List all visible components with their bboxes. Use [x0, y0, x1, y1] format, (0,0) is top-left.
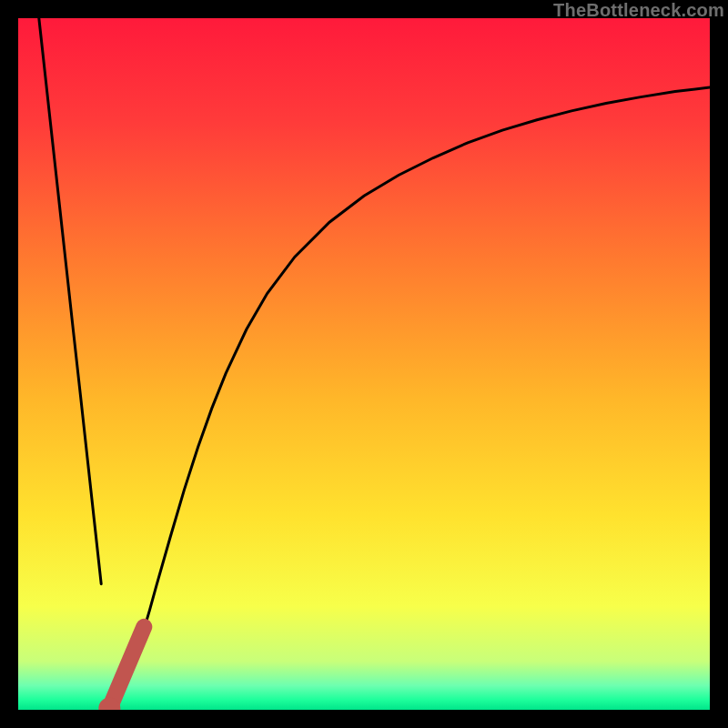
chart-frame: TheBottleneck.com — [0, 0, 728, 728]
chart-svg — [18, 18, 710, 710]
gradient-background — [18, 18, 710, 710]
chart-plot-area — [18, 18, 710, 710]
